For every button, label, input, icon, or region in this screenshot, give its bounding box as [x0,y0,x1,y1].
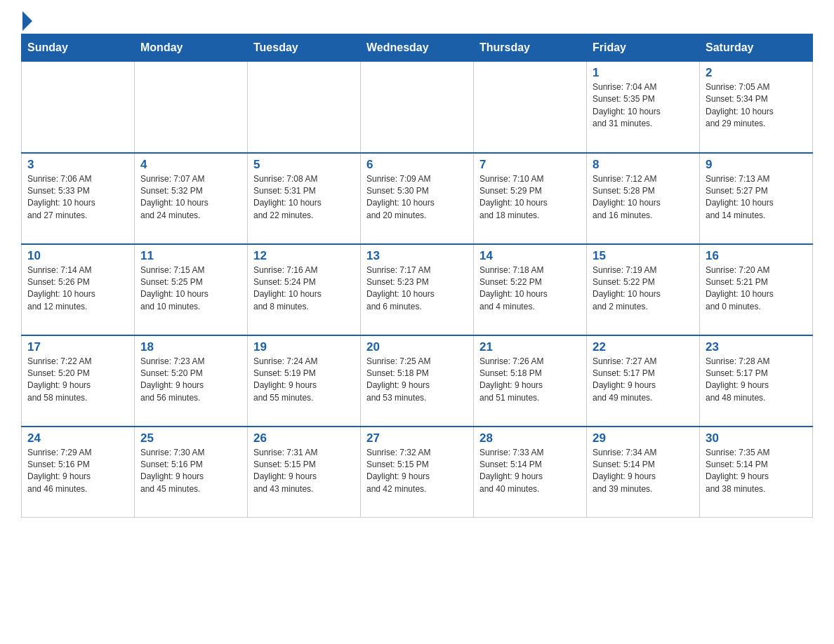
day-number: 11 [140,249,241,263]
day-info: Sunrise: 7:22 AM Sunset: 5:20 PM Dayligh… [27,356,128,405]
calendar-cell: 20Sunrise: 7:25 AM Sunset: 5:18 PM Dayli… [361,335,474,427]
day-number: 18 [140,340,241,354]
calendar-cell: 19Sunrise: 7:24 AM Sunset: 5:19 PM Dayli… [248,335,361,427]
calendar-cell: 28Sunrise: 7:33 AM Sunset: 5:14 PM Dayli… [474,427,587,518]
calendar-cell: 14Sunrise: 7:18 AM Sunset: 5:22 PM Dayli… [474,244,587,335]
day-number: 15 [593,249,694,263]
day-number: 2 [706,66,807,80]
day-number: 16 [706,249,807,263]
calendar-cell: 10Sunrise: 7:14 AM Sunset: 5:26 PM Dayli… [22,244,135,335]
day-info: Sunrise: 7:23 AM Sunset: 5:20 PM Dayligh… [140,356,241,405]
day-info: Sunrise: 7:28 AM Sunset: 5:17 PM Dayligh… [706,356,807,405]
day-info: Sunrise: 7:26 AM Sunset: 5:18 PM Dayligh… [479,356,581,405]
day-number: 7 [479,158,581,172]
calendar-table: SundayMondayTuesdayWednesdayThursdayFrid… [21,34,813,518]
header-friday: Friday [587,34,700,62]
day-info: Sunrise: 7:06 AM Sunset: 5:33 PM Dayligh… [27,173,128,222]
calendar-cell: 4Sunrise: 7:07 AM Sunset: 5:32 PM Daylig… [135,153,248,244]
day-info: Sunrise: 7:32 AM Sunset: 5:15 PM Dayligh… [366,447,468,496]
calendar-cell: 12Sunrise: 7:16 AM Sunset: 5:24 PM Dayli… [248,244,361,335]
day-number: 12 [253,249,355,263]
day-info: Sunrise: 7:07 AM Sunset: 5:32 PM Dayligh… [140,173,241,222]
logo-arrow-icon [22,11,32,31]
calendar-cell [361,62,474,153]
calendar-cell: 7Sunrise: 7:10 AM Sunset: 5:29 PM Daylig… [474,153,587,244]
day-number: 4 [140,158,241,172]
day-number: 14 [479,249,581,263]
page-header [21,14,813,27]
day-info: Sunrise: 7:10 AM Sunset: 5:29 PM Dayligh… [479,173,581,222]
day-number: 26 [253,431,355,445]
day-number: 19 [253,340,355,354]
day-info: Sunrise: 7:05 AM Sunset: 5:34 PM Dayligh… [706,81,807,130]
day-info: Sunrise: 7:13 AM Sunset: 5:27 PM Dayligh… [706,173,807,222]
day-info: Sunrise: 7:31 AM Sunset: 5:15 PM Dayligh… [253,447,355,496]
calendar-cell: 25Sunrise: 7:30 AM Sunset: 5:16 PM Dayli… [135,427,248,518]
day-info: Sunrise: 7:30 AM Sunset: 5:16 PM Dayligh… [140,447,241,496]
header-thursday: Thursday [474,34,587,62]
day-info: Sunrise: 7:12 AM Sunset: 5:28 PM Dayligh… [593,173,694,222]
day-number: 10 [27,249,128,263]
calendar-cell [22,62,135,153]
day-info: Sunrise: 7:15 AM Sunset: 5:25 PM Dayligh… [140,264,241,314]
day-number: 25 [140,431,241,445]
day-number: 29 [593,431,694,445]
day-number: 1 [593,66,694,80]
day-info: Sunrise: 7:34 AM Sunset: 5:14 PM Dayligh… [593,447,694,496]
calendar-cell: 22Sunrise: 7:27 AM Sunset: 5:17 PM Dayli… [587,335,700,427]
calendar-week-3: 10Sunrise: 7:14 AM Sunset: 5:26 PM Dayli… [22,244,813,335]
calendar-cell: 2Sunrise: 7:05 AM Sunset: 5:34 PM Daylig… [700,62,813,153]
day-info: Sunrise: 7:24 AM Sunset: 5:19 PM Dayligh… [253,356,355,405]
calendar-cell: 15Sunrise: 7:19 AM Sunset: 5:22 PM Dayli… [587,244,700,335]
calendar-cell: 1Sunrise: 7:04 AM Sunset: 5:35 PM Daylig… [587,62,700,153]
calendar-header-row: SundayMondayTuesdayWednesdayThursdayFrid… [22,34,813,62]
day-number: 17 [27,340,128,354]
day-number: 28 [479,431,581,445]
day-number: 5 [253,158,355,172]
calendar-cell: 6Sunrise: 7:09 AM Sunset: 5:30 PM Daylig… [361,153,474,244]
calendar-cell: 18Sunrise: 7:23 AM Sunset: 5:20 PM Dayli… [135,335,248,427]
calendar-week-2: 3Sunrise: 7:06 AM Sunset: 5:33 PM Daylig… [22,153,813,244]
day-info: Sunrise: 7:33 AM Sunset: 5:14 PM Dayligh… [479,447,581,496]
calendar-cell [135,62,248,153]
day-info: Sunrise: 7:17 AM Sunset: 5:23 PM Dayligh… [366,264,468,314]
day-number: 6 [366,158,468,172]
calendar-week-4: 17Sunrise: 7:22 AM Sunset: 5:20 PM Dayli… [22,335,813,427]
day-info: Sunrise: 7:27 AM Sunset: 5:17 PM Dayligh… [593,356,694,405]
header-wednesday: Wednesday [361,34,474,62]
day-info: Sunrise: 7:08 AM Sunset: 5:31 PM Dayligh… [253,173,355,222]
day-info: Sunrise: 7:16 AM Sunset: 5:24 PM Dayligh… [253,264,355,314]
header-monday: Monday [135,34,248,62]
calendar-cell: 26Sunrise: 7:31 AM Sunset: 5:15 PM Dayli… [248,427,361,518]
header-sunday: Sunday [22,34,135,62]
day-info: Sunrise: 7:14 AM Sunset: 5:26 PM Dayligh… [27,264,128,314]
day-info: Sunrise: 7:19 AM Sunset: 5:22 PM Dayligh… [593,264,694,314]
calendar-cell: 23Sunrise: 7:28 AM Sunset: 5:17 PM Dayli… [700,335,813,427]
calendar-cell: 11Sunrise: 7:15 AM Sunset: 5:25 PM Dayli… [135,244,248,335]
day-number: 22 [593,340,694,354]
day-info: Sunrise: 7:29 AM Sunset: 5:16 PM Dayligh… [27,447,128,496]
calendar-cell: 16Sunrise: 7:20 AM Sunset: 5:21 PM Dayli… [700,244,813,335]
day-info: Sunrise: 7:18 AM Sunset: 5:22 PM Dayligh… [479,264,581,314]
calendar-cell: 17Sunrise: 7:22 AM Sunset: 5:20 PM Dayli… [22,335,135,427]
header-tuesday: Tuesday [248,34,361,62]
calendar-cell: 30Sunrise: 7:35 AM Sunset: 5:14 PM Dayli… [700,427,813,518]
calendar-cell: 21Sunrise: 7:26 AM Sunset: 5:18 PM Dayli… [474,335,587,427]
day-number: 24 [27,431,128,445]
calendar-cell [474,62,587,153]
calendar-cell: 5Sunrise: 7:08 AM Sunset: 5:31 PM Daylig… [248,153,361,244]
day-number: 3 [27,158,128,172]
calendar-cell: 8Sunrise: 7:12 AM Sunset: 5:28 PM Daylig… [587,153,700,244]
day-info: Sunrise: 7:20 AM Sunset: 5:21 PM Dayligh… [706,264,807,314]
day-number: 8 [593,158,694,172]
calendar-week-1: 1Sunrise: 7:04 AM Sunset: 5:35 PM Daylig… [22,62,813,153]
day-number: 30 [706,431,807,445]
calendar-cell: 3Sunrise: 7:06 AM Sunset: 5:33 PM Daylig… [22,153,135,244]
day-number: 27 [366,431,468,445]
day-number: 23 [706,340,807,354]
calendar-cell: 29Sunrise: 7:34 AM Sunset: 5:14 PM Dayli… [587,427,700,518]
day-info: Sunrise: 7:04 AM Sunset: 5:35 PM Dayligh… [593,81,694,130]
logo [21,14,32,27]
day-number: 21 [479,340,581,354]
day-number: 9 [706,158,807,172]
